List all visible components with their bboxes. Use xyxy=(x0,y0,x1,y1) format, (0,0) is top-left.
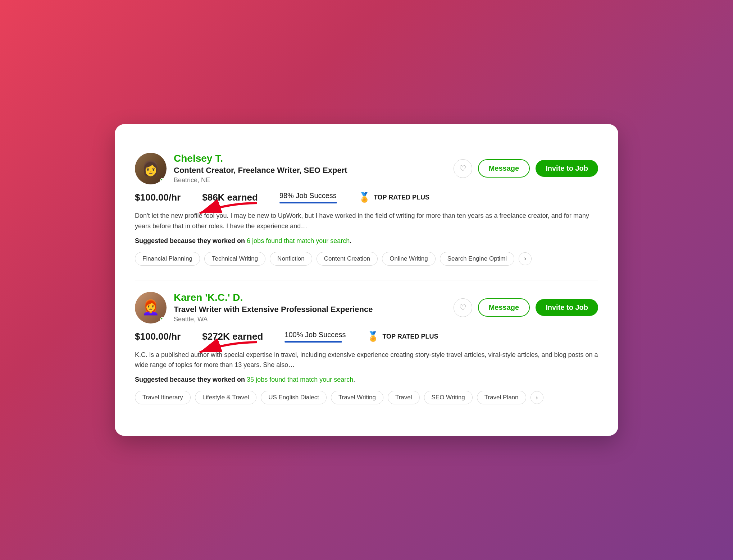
tag-karen-1[interactable]: Lifestyle & Travel xyxy=(195,391,256,404)
earned-karen: $272K earned xyxy=(202,331,263,342)
info-block-karen: Karen 'K.C.' D. Travel Writer with Exten… xyxy=(174,292,446,323)
tag-chelsey-1[interactable]: Technical Writing xyxy=(204,252,265,266)
top-rated-badge-chelsey: 🏅 xyxy=(359,192,370,203)
invite-button-chelsey[interactable]: Invite to Job xyxy=(536,160,598,177)
job-success-chelsey: 98% Job Success xyxy=(279,192,337,203)
tag-karen-2[interactable]: US English Dialect xyxy=(261,391,327,404)
freelancer-title-chelsey: Content Creator, Freelance Writer, SEO E… xyxy=(174,166,446,175)
job-success-bar-chelsey xyxy=(279,202,337,203)
message-button-karen[interactable]: Message xyxy=(478,298,530,317)
tags-row-chelsey: Financial Planning Technical Writing Non… xyxy=(135,252,598,266)
earned-chelsey: $86K earned xyxy=(202,192,258,203)
tags-more-karen[interactable]: › xyxy=(531,391,543,404)
freelancer-name-karen: Karen 'K.C.' D. xyxy=(174,292,446,303)
rate-karen: $100.00/hr xyxy=(135,331,181,342)
rate-chelsey: $100.00/hr xyxy=(135,192,181,203)
header-row-2: 👩‍🦰 Karen 'K.C.' D. Travel Writer with E… xyxy=(135,292,598,323)
tags-more-chelsey[interactable]: › xyxy=(519,252,532,265)
header-row-1: 👩 Chelsey T. Content Creator, Freelance … xyxy=(135,153,598,184)
job-success-karen: 100% Job Success xyxy=(284,331,346,343)
tag-chelsey-3[interactable]: Content Creation xyxy=(317,252,378,266)
favorite-button-karen[interactable]: ♡ xyxy=(454,298,472,317)
favorite-button-chelsey[interactable]: ♡ xyxy=(454,159,472,178)
suggested-link-karen[interactable]: 35 jobs found that match your search xyxy=(247,376,353,383)
tag-karen-6[interactable]: Travel Plann xyxy=(477,391,526,404)
online-indicator-chelsey xyxy=(160,178,165,183)
info-block-chelsey: Chelsey T. Content Creator, Freelance Wr… xyxy=(174,153,446,184)
suggested-text-chelsey: Suggested because they worked on 6 jobs … xyxy=(135,237,598,245)
tag-karen-3[interactable]: Travel Writing xyxy=(331,391,383,404)
top-rated-karen: 🏅 TOP RATED PLUS xyxy=(367,331,438,342)
tag-chelsey-0[interactable]: Financial Planning xyxy=(135,252,200,266)
invite-button-karen[interactable]: Invite to Job xyxy=(536,299,598,316)
tag-karen-5[interactable]: SEO Writing xyxy=(424,391,473,404)
suggested-prefix-chelsey: Suggested because they worked on xyxy=(135,237,247,244)
stats-row-chelsey: $100.00/hr $86K earned 98% Job Success 🏅… xyxy=(135,192,598,203)
tags-row-karen: Travel Itinerary Lifestyle & Travel US E… xyxy=(135,391,598,404)
online-indicator-karen xyxy=(160,317,165,322)
description-chelsey: Don't let the new profile fool you. I ma… xyxy=(135,211,598,231)
tag-chelsey-4[interactable]: Online Writing xyxy=(382,252,435,266)
suggested-prefix-karen: Suggested because they worked on xyxy=(135,376,247,383)
freelancer-title-karen: Travel Writer with Extensive Professiona… xyxy=(174,305,446,314)
tag-chelsey-5[interactable]: Search Engine Optimi xyxy=(440,252,514,266)
freelancer-location-chelsey: Beatrice, NE xyxy=(174,176,446,184)
action-buttons-karen: ♡ Message Invite to Job xyxy=(454,298,598,317)
top-rated-badge-karen: 🏅 xyxy=(367,331,379,342)
tag-karen-4[interactable]: Travel xyxy=(388,391,420,404)
suggested-text-karen: Suggested because they worked on 35 jobs… xyxy=(135,376,598,384)
action-buttons-chelsey: ♡ Message Invite to Job xyxy=(454,159,598,178)
avatar-karen: 👩‍🦰 xyxy=(135,292,167,323)
freelancer-location-karen: Seattle, WA xyxy=(174,316,446,323)
suggested-link-chelsey[interactable]: 6 jobs found that match your search xyxy=(247,237,350,244)
freelancer-name-chelsey: Chelsey T. xyxy=(174,153,446,164)
tag-chelsey-2[interactable]: Nonfiction xyxy=(270,252,312,266)
message-button-chelsey[interactable]: Message xyxy=(478,159,530,178)
top-rated-chelsey: 🏅 TOP RATED PLUS xyxy=(359,192,429,203)
freelancer-section-chelsey: 👩 Chelsey T. Content Creator, Freelance … xyxy=(135,141,598,280)
freelancer-section-karen: 👩‍🦰 Karen 'K.C.' D. Travel Writer with E… xyxy=(135,280,598,419)
stats-row-karen: $100.00/hr $272K earned 100% Job Success… xyxy=(135,331,598,343)
avatar-chelsey: 👩 xyxy=(135,153,167,184)
tag-karen-0[interactable]: Travel Itinerary xyxy=(135,391,191,404)
job-success-bar-karen xyxy=(284,341,342,343)
main-card: 👩 Chelsey T. Content Creator, Freelance … xyxy=(115,124,618,436)
description-karen: K.C. is a published author with special … xyxy=(135,350,598,371)
